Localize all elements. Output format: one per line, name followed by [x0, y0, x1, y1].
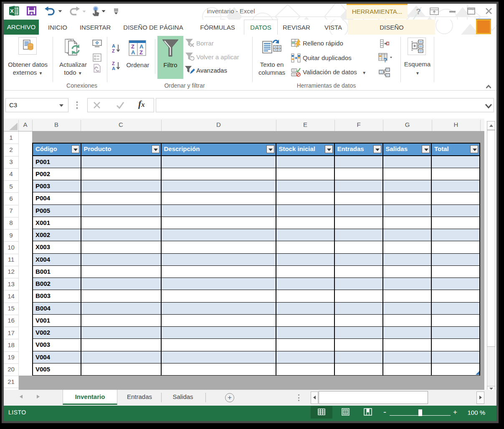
svg-text:A: A	[112, 66, 115, 71]
svg-text:A: A	[131, 49, 135, 56]
svg-text:Z: Z	[112, 61, 115, 66]
svg-text:?: ?	[383, 56, 387, 63]
svg-text:X: X	[10, 8, 14, 14]
svg-text:Z: Z	[139, 49, 143, 56]
svg-text:A: A	[139, 43, 144, 50]
svg-text:A: A	[112, 43, 115, 48]
svg-text:Z: Z	[112, 48, 115, 53]
svg-text:Z: Z	[131, 43, 134, 50]
